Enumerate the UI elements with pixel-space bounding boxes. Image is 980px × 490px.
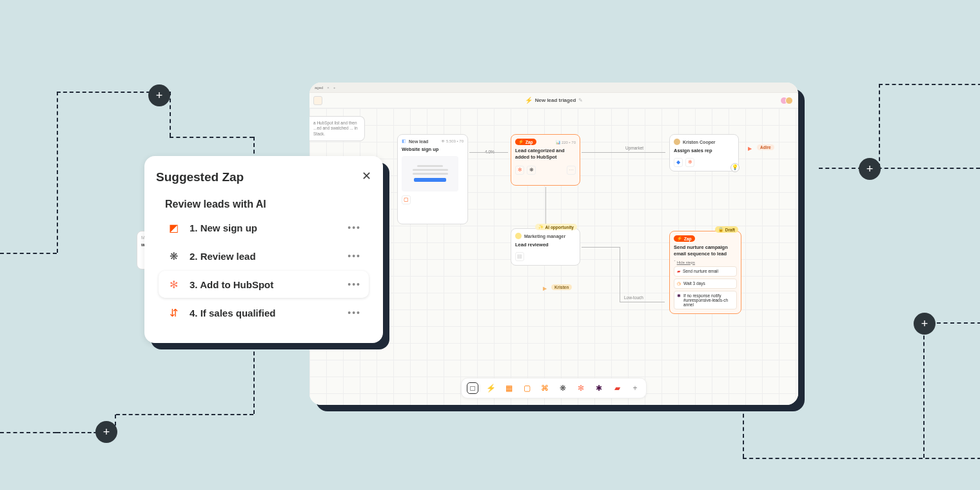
canvas-title: New lead triaged: [535, 97, 576, 103]
new-tab-button[interactable]: +: [333, 86, 336, 90]
asana-icon: ◆: [674, 158, 683, 167]
tag-adire[interactable]: Adire: [757, 144, 774, 150]
toggle-steps[interactable]: ˄ Hide steps: [674, 260, 737, 264]
interfaces-icon: ▢: [402, 195, 411, 204]
tool-slack[interactable]: ✱: [593, 382, 605, 394]
connector-arrow: [620, 247, 620, 302]
gmail-icon: ▰: [677, 269, 680, 274]
connector-arrow: [582, 247, 620, 248]
more-icon[interactable]: •••: [348, 251, 361, 261]
canvas-toolbar: □ ⚡ ▦ ▢ ⌘ ❋ ✻ ✱ ▰ +: [461, 378, 647, 398]
slack-icon: ✱: [677, 293, 681, 299]
zap-badge: ⚡ Zap: [515, 139, 536, 145]
tool-hubspot[interactable]: ✻: [575, 382, 587, 394]
person-avatar-icon: [674, 139, 680, 145]
openai-icon: ❋: [527, 166, 536, 175]
node-assign-rep[interactable]: Kristen Cooper Assign sales rep ◆ ✻ 💡: [669, 134, 739, 172]
connector-arrow: [620, 302, 665, 302]
popover-subtitle: Review leads with AI: [165, 199, 371, 210]
lightbulb-icon[interactable]: 💡: [730, 163, 740, 172]
suggested-zap-popover: Suggested Zap ✕ Review leads with AI ◩ 1…: [144, 156, 383, 343]
app-icon: [313, 96, 322, 105]
canvas-note: a HubSpot list and then ...ed and swatch…: [309, 116, 365, 141]
tool-chatbot[interactable]: ⌘: [539, 382, 551, 394]
close-icon[interactable]: ✕: [362, 169, 371, 183]
bg-plus-node[interactable]: +: [148, 84, 170, 106]
more-icon[interactable]: ⋯: [567, 166, 576, 175]
connector-arrow: [582, 152, 665, 153]
metric: 📊 220 • 70: [556, 140, 576, 144]
suggested-step-2[interactable]: ❋ 2. Review lead •••: [159, 242, 369, 270]
tool-table[interactable]: ▦: [503, 382, 514, 394]
hubspot-icon: ✻: [515, 166, 524, 175]
more-icon[interactable]: •••: [348, 222, 361, 233]
node-draft-nurture[interactable]: 🔒 Draft ⚡ Zap Send nurture campaign emai…: [669, 231, 741, 314]
bg-plus-node[interactable]: +: [859, 158, 881, 180]
canvas-header: ⚡ New lead triaged ✎: [309, 93, 798, 108]
person-avatar-icon: [515, 233, 522, 239]
bolt-icon: ⚡: [525, 97, 533, 104]
popover-title: Suggested Zap: [156, 170, 371, 184]
interfaces-icon: ◩: [166, 220, 181, 235]
openai-icon: ❋: [166, 249, 181, 263]
triangle-icon: ▶: [543, 286, 547, 291]
node-marketing-manager[interactable]: ✨ AI opportunity Marketing manager Lead …: [511, 228, 580, 266]
tab-label[interactable]: aged: [315, 86, 323, 90]
doc-icon: ▤: [515, 252, 524, 261]
suggested-step-3[interactable]: ✻ 3. Add to HubSpot •••: [159, 271, 369, 298]
tool-gmail[interactable]: ▰: [611, 382, 623, 394]
bg-plus-node[interactable]: +: [914, 313, 936, 335]
node-zap-categorize[interactable]: ⚡ Zap 📊 220 • 70 Lead categorized and ad…: [511, 134, 580, 186]
bg-plus-node[interactable]: +: [95, 421, 117, 443]
form-preview: [402, 156, 458, 191]
tool-add[interactable]: +: [629, 382, 641, 394]
tool-interfaces[interactable]: ▢: [521, 382, 533, 394]
doc-icon: ◧: [402, 139, 406, 144]
zap-badge: ⚡ Zap: [674, 235, 695, 242]
ai-opportunity-badge: ✨ AI opportunity: [535, 224, 577, 230]
tool-zap[interactable]: ⚡: [485, 382, 496, 394]
substep[interactable]: ▰Send nurture email: [674, 266, 737, 277]
connector-arrow: [545, 187, 546, 226]
branch-icon: ⇵: [166, 306, 181, 320]
more-icon[interactable]: •••: [348, 279, 361, 289]
triangle-icon: ▶: [748, 146, 752, 152]
suggested-step-1[interactable]: ◩ 1. New sign up •••: [159, 214, 369, 241]
suggested-step-4[interactable]: ⇵ 4. If sales qualified •••: [159, 299, 369, 326]
more-icon[interactable]: •••: [348, 308, 361, 318]
hubspot-icon: ✻: [166, 277, 181, 291]
metric: 👁 5,503 • 70: [441, 139, 464, 143]
tag-kristen[interactable]: Kristen: [551, 284, 572, 290]
hubspot-icon: ✻: [685, 158, 694, 167]
node-new-lead[interactable]: ◧ New lead 👁 5,503 • 70 Website sign up …: [397, 134, 468, 224]
tool-openai[interactable]: ❋: [557, 382, 569, 394]
collaborator-avatars[interactable]: [783, 97, 793, 104]
substep[interactable]: ◷Wait 3 days: [674, 279, 737, 289]
clock-icon: ◷: [677, 281, 681, 286]
connector-label: Upmarket: [625, 146, 643, 150]
browser-tab-bar: aged × +: [309, 83, 798, 93]
avatar: [785, 97, 793, 104]
tab-close-icon[interactable]: ×: [327, 86, 329, 90]
draft-badge: 🔒 Draft: [715, 226, 738, 233]
connector-arrow: [469, 152, 508, 153]
substep[interactable]: ✱If no response notify #unresponsive-lea…: [674, 291, 737, 309]
connector-label: Low-touch: [624, 295, 643, 300]
tool-select[interactable]: □: [467, 382, 478, 394]
edit-title-icon[interactable]: ✎: [578, 97, 583, 103]
